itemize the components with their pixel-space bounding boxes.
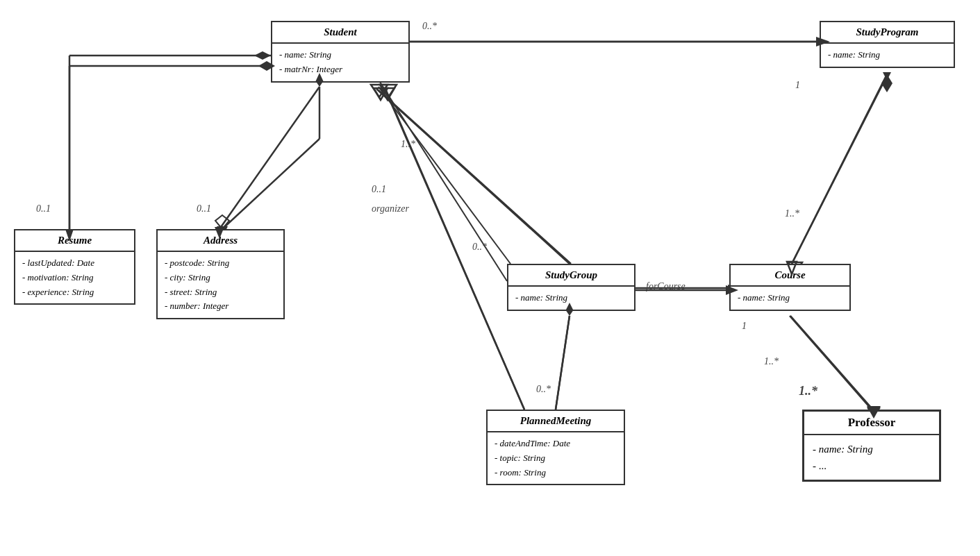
mult-professor-1star-2: 1..*	[799, 384, 817, 398]
resume-attr-2: motivation: String	[22, 271, 127, 285]
svg-marker-14	[881, 74, 892, 92]
address-body: postcode: String city: String street: St…	[158, 252, 283, 318]
svg-line-17	[379, 80, 507, 281]
studygroup-class: StudyGroup name: String	[507, 264, 636, 311]
student-body: name: String matrNr: Integer	[272, 44, 408, 81]
professor-attr-2: ...	[813, 457, 931, 474]
mult-professor-1star-1: 1..*	[764, 356, 779, 367]
studyprogram-class: StudyProgram name: String	[820, 21, 955, 68]
professor-header: Professor	[804, 412, 939, 435]
resume-attr-1: lastUpdated: Date	[22, 256, 127, 271]
svg-line-20	[556, 316, 570, 410]
plannedmeeting-class: PlannedMeeting dateAndTime: Date topic: …	[486, 410, 625, 485]
svg-marker-16	[374, 88, 388, 100]
uml-diagram: Student name: String matrNr: Integer Stu…	[0, 0, 980, 556]
student-class: Student name: String matrNr: Integer	[271, 21, 410, 83]
mult-course-1: 1	[742, 321, 747, 332]
plannedmeeting-body: dateAndTime: Date topic: String room: St…	[488, 432, 624, 484]
course-header: Course	[731, 265, 849, 287]
address-header: Address	[158, 230, 283, 252]
professor-body: name: String ...	[804, 435, 939, 480]
mult-studygroup-0star: 0..*	[472, 242, 487, 253]
address-attr-4: number: Integer	[165, 299, 276, 314]
studygroup-body: name: String	[508, 287, 634, 310]
plannedmeeting-header: PlannedMeeting	[488, 411, 624, 432]
svg-marker-8	[215, 215, 229, 229]
mult-address-01: 0..1	[197, 203, 211, 214]
role-organizer: organizer	[372, 203, 409, 214]
course-class: Course name: String	[729, 264, 851, 311]
svg-line-22	[385, 90, 524, 410]
professor-class: Professor name: String ...	[802, 410, 941, 482]
professor-attr-1: name: String	[813, 441, 931, 457]
role-forcourse: forCourse	[646, 281, 686, 292]
course-body: name: String	[731, 287, 849, 310]
studyprogram-attr-1: name: String	[828, 48, 947, 62]
student-attr-2: matrNr: Integer	[279, 62, 401, 77]
student-header: Student	[272, 22, 408, 44]
mult-studygroup-1star: 1..*	[401, 139, 415, 150]
mult-resume-01: 0..1	[36, 203, 51, 214]
address-attr-3: street: String	[165, 285, 276, 300]
svg-line-12	[792, 74, 887, 264]
address-attr-1: postcode: String	[165, 256, 276, 271]
address-attr-2: city: String	[165, 271, 276, 285]
mult-studyprogram-1: 1	[795, 80, 800, 91]
studyprogram-header: StudyProgram	[821, 22, 954, 44]
svg-marker-4	[254, 51, 271, 60]
resume-attr-3: experience: String	[22, 285, 127, 300]
studyprogram-body: name: String	[821, 44, 954, 67]
svg-marker-23	[381, 88, 395, 100]
student-attr-1: name: String	[279, 48, 401, 62]
resume-body: lastUpdated: Date motivation: String exp…	[15, 252, 134, 303]
resume-header: Resume	[15, 230, 134, 252]
address-class: Address postcode: String city: String st…	[156, 229, 285, 319]
mult-plannedmeeting-0star: 0..*	[536, 384, 551, 395]
studygroup-attr-1: name: String	[515, 291, 627, 305]
mult-organizer-01: 0..1	[372, 184, 386, 195]
plannedmeeting-attr-2: topic: String	[495, 451, 617, 466]
svg-line-6	[222, 139, 319, 229]
resume-class: Resume lastUpdated: Date motivation: Str…	[14, 229, 135, 305]
plannedmeeting-attr-3: room: String	[495, 466, 617, 480]
plannedmeeting-attr-1: dateAndTime: Date	[495, 437, 617, 451]
course-attr-1: name: String	[738, 291, 842, 305]
svg-line-15	[379, 90, 571, 264]
mult-student-studyprogram: 0..*	[422, 21, 437, 32]
mult-course-1star: 1..*	[785, 208, 799, 219]
studygroup-header: StudyGroup	[508, 265, 634, 287]
